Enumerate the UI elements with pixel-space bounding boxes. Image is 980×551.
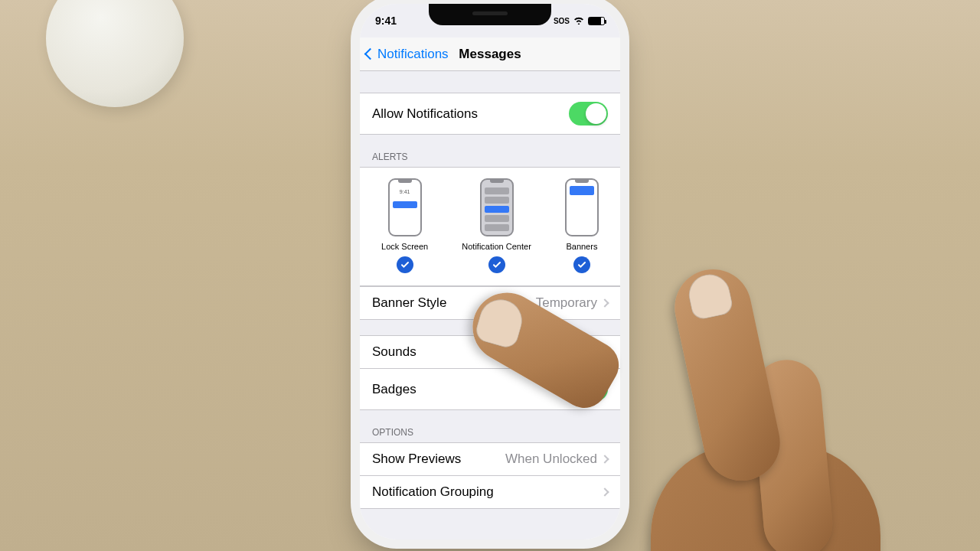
status-right: SOS: [554, 16, 605, 26]
chevron-left-icon: [364, 48, 377, 60]
nav-title: Messages: [459, 47, 521, 62]
iphone-device: 9:41 SOS Notifications Messages Allow No…: [360, 4, 620, 540]
back-label: Notifications: [377, 47, 449, 62]
lock-screen-label: Lock Screen: [381, 242, 428, 251]
show-previews-row[interactable]: Show Previews When Unlocked: [360, 442, 620, 476]
options-header: Options: [360, 410, 620, 442]
show-previews-value: When Unlocked: [505, 452, 597, 467]
battery-icon: [588, 17, 605, 25]
status-time: 9:41: [375, 15, 397, 27]
allow-label: Allow Notifications: [372, 106, 478, 122]
notification-center-label: Notification Center: [462, 242, 531, 251]
settings-content[interactable]: Allow Notifications Alerts 9:41 Lock Scr…: [360, 71, 620, 540]
badges-row[interactable]: Badges: [360, 369, 620, 410]
device-notch: [429, 4, 551, 25]
grouping-label: Notification Grouping: [372, 484, 494, 500]
screen: 9:41 SOS Notifications Messages Allow No…: [360, 4, 620, 540]
carrier-text: SOS: [554, 17, 570, 25]
allow-notifications-row[interactable]: Allow Notifications: [360, 93, 620, 135]
banners-label: Banners: [566, 242, 597, 251]
back-button[interactable]: Notifications: [360, 47, 449, 62]
wifi-icon: [573, 16, 584, 26]
sounds-row[interactable]: Sounds Note: [360, 335, 620, 369]
background-object: [46, 0, 184, 107]
alerts-panel: 9:41 Lock Screen: [360, 167, 620, 286]
banners-check: [573, 256, 590, 273]
allow-toggle[interactable]: [569, 102, 608, 126]
banner-style-value: Temporary: [536, 295, 597, 311]
alert-lock-screen[interactable]: 9:41 Lock Screen: [381, 178, 428, 273]
badges-label: Badges: [372, 382, 416, 397]
chevron-right-icon: [600, 347, 609, 356]
lock-screen-icon: 9:41: [388, 178, 422, 236]
chevron-right-icon: [600, 487, 609, 496]
alert-banners[interactable]: Banners: [565, 178, 599, 273]
notification-center-icon: [480, 178, 514, 236]
chevron-right-icon: [600, 298, 609, 307]
banner-style-row[interactable]: Banner Style Temporary: [360, 286, 620, 320]
alerts-header: Alerts: [360, 135, 620, 167]
notification-center-check: [488, 256, 505, 273]
notification-grouping-row[interactable]: Notification Grouping: [360, 476, 620, 509]
chevron-right-icon: [600, 455, 609, 463]
show-previews-label: Show Previews: [372, 452, 461, 467]
banners-icon: [565, 178, 599, 236]
lock-screen-check: [397, 256, 413, 273]
sounds-value: Note: [570, 344, 597, 360]
sounds-label: Sounds: [372, 344, 416, 360]
badges-toggle[interactable]: [569, 377, 608, 401]
nav-bar: Notifications Messages: [360, 37, 620, 71]
alert-notification-center[interactable]: Notification Center: [462, 178, 531, 273]
banner-style-label: Banner Style: [372, 295, 446, 311]
